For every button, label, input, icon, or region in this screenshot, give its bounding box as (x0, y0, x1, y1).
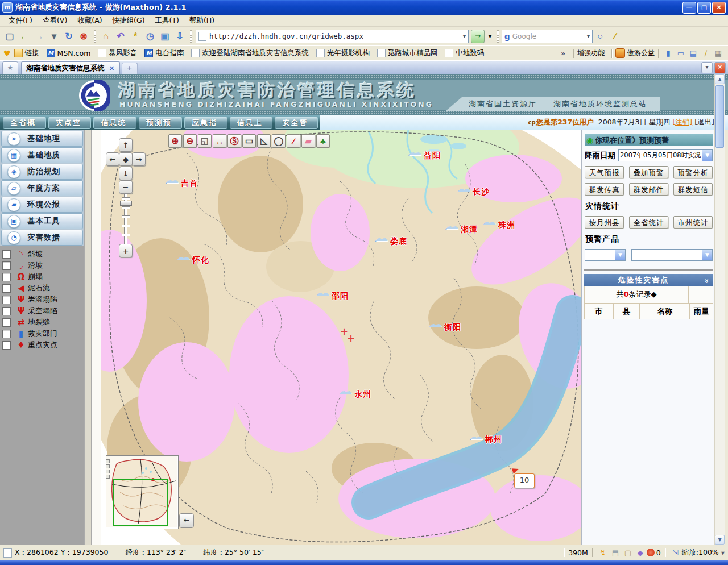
panel-button[interactable]: 群发邮件 (629, 183, 668, 196)
layer-slope[interactable]: ◝ 斜坡 (0, 248, 84, 260)
zoom-caret-icon[interactable]: ▾ (721, 549, 725, 557)
layer-checkbox[interactable] (2, 284, 11, 293)
tab-list-button[interactable]: ▾ (701, 62, 713, 73)
page-scrollbar[interactable]: ▲ ▼ (714, 74, 725, 545)
nav-tab[interactable]: 安全管理 (275, 117, 318, 129)
logout-link[interactable]: [注销] (672, 118, 692, 127)
tool-zoom-out-button[interactable]: ⊖ (183, 134, 197, 148)
panel-button[interactable]: 市州统计 (673, 216, 713, 229)
scroll-down-button[interactable]: ▼ (715, 535, 725, 545)
layer-collapse[interactable]: Ω 崩塌 (0, 271, 84, 282)
column-header[interactable]: 县 (614, 304, 640, 319)
city-label[interactable]: ☁☁ 株洲 (498, 220, 515, 230)
sidebar-item-prevention-plan[interactable]: ◈ 防治规划 (1, 164, 83, 180)
zoom-in-slider-button[interactable]: + (119, 244, 133, 257)
bookmark-links[interactable]: 链接 (14, 48, 39, 58)
undo-button[interactable]: ↶ (113, 29, 128, 44)
panel-button[interactable]: 全省统计 (629, 216, 668, 229)
city-label[interactable]: ☁☁ 吉首 (181, 178, 198, 189)
restore-button[interactable]: ▢ (697, 2, 711, 14)
highlight-button[interactable]: ∕ (607, 29, 622, 44)
search-box[interactable]: g Google ▾ (502, 30, 593, 43)
pan-left-button[interactable]: ← (106, 152, 119, 166)
new-page-button[interactable]: ▢ (2, 29, 17, 44)
home-button[interactable]: ⌂ (98, 29, 113, 44)
city-label[interactable]: ☁☁ 益阳 (424, 151, 441, 161)
nav-tab[interactable]: 全省概况 (3, 117, 46, 129)
city-label[interactable]: ☁☁ 怀化 (192, 255, 209, 265)
notes-icon[interactable]: ▤ (689, 49, 698, 58)
layer-ground-fissure[interactable]: ⇄ 地裂缝 (0, 317, 84, 328)
panel-button[interactable]: 群发短信 (673, 183, 713, 196)
tool-measure-button[interactable]: ↔ (213, 134, 226, 148)
panel-button[interactable]: 按月州县 (585, 216, 624, 229)
bookmark-photo[interactable]: 光年摄影机构 (316, 48, 370, 58)
layer-key-sites[interactable]: ♦ 重点灾点 (0, 339, 84, 351)
back-button[interactable]: ← (17, 29, 32, 44)
layer-checkbox[interactable] (2, 341, 11, 350)
tool-select-polygon-button[interactable]: ◺ (257, 134, 271, 148)
scroll-up-button[interactable]: ▲ (715, 74, 725, 84)
city-label[interactable]: ☁☁ 湘潭 (461, 225, 478, 235)
city-label[interactable]: ☁☁ 郴州 (485, 435, 502, 445)
minimap-extent-box[interactable] (113, 479, 168, 526)
menu-item[interactable]: 帮助(H) (184, 15, 220, 27)
layer-checkbox[interactable] (2, 296, 11, 304)
product-select-1[interactable]: ▼ (585, 249, 626, 261)
pan-up-button[interactable]: ↑ (119, 138, 133, 152)
city-label[interactable]: ☁☁ 衡阳 (444, 322, 461, 333)
resize-icon[interactable]: ⇲ (671, 549, 681, 557)
city-label[interactable]: ☁☁ 永州 (354, 389, 371, 400)
sidebar-item-annual-plan[interactable]: ▱ 年度方案 (1, 180, 83, 196)
tool-scale-button[interactable]: Ⓢ (228, 134, 241, 148)
layer-checkbox[interactable] (2, 273, 11, 281)
layer-checkbox[interactable] (2, 250, 11, 259)
layer-checkbox[interactable] (2, 330, 11, 338)
minimap-collapse-button[interactable]: ← (179, 513, 194, 528)
go-options-button[interactable]: ▾ (486, 29, 494, 44)
tool-select-circle-button[interactable]: ◯ (272, 134, 286, 148)
window-list-button[interactable]: ▣ (158, 29, 172, 44)
layer-checkbox[interactable] (2, 307, 11, 315)
column-header[interactable]: 名称 (640, 304, 690, 319)
panel-button[interactable]: 叠加预警 (629, 166, 668, 178)
close-button[interactable]: × (712, 2, 726, 14)
bookmark-zhongdi[interactable]: 中地数码 (445, 48, 484, 58)
minimize-button[interactable]: — (682, 2, 696, 14)
ad-hunter-button[interactable]: * (128, 29, 143, 44)
nav-tab[interactable]: 预测预警 (139, 117, 182, 129)
pan-right-button[interactable]: → (132, 152, 146, 166)
zoom-slider-handle[interactable] (120, 201, 132, 206)
tool-draw-redline-button[interactable]: ∕ (287, 134, 300, 148)
bookmarks-overflow-icon[interactable]: » (561, 49, 565, 57)
tab-close-icon[interactable]: × (109, 64, 115, 72)
history-dropdown-button[interactable]: ▾ (47, 29, 61, 44)
collapse-chevron-icon[interactable]: « (701, 277, 710, 283)
select-arrow-icon[interactable]: ▼ (615, 250, 625, 260)
city-label[interactable]: ☁☁ 娄底 (390, 236, 407, 247)
tool-select-rect-button[interactable]: ▭ (242, 134, 256, 148)
tool-eraser-button[interactable]: ▰ (301, 134, 315, 148)
tool-pan-button[interactable]: ◱ (198, 134, 212, 148)
overview-minimap[interactable] (106, 455, 179, 529)
nav-tab[interactable]: 灾点查询 (48, 117, 92, 129)
go-button[interactable]: → (471, 30, 485, 43)
map-viewport[interactable]: ⊕⊖◱↔Ⓢ▭◺◯∕▰♣ ↑ ← ◆ → ↓ − + ☁☁ 吉首 ☁☁ 益阳 ☁☁… (101, 130, 581, 545)
layer-checkbox[interactable] (2, 261, 11, 270)
sidebar-item-disaster-data[interactable]: ◔ 灾害数据 (1, 230, 83, 246)
select-arrow-icon[interactable]: ▼ (702, 250, 712, 260)
rain-date-select[interactable]: 2007年05月05日08时实况 ▼ (618, 149, 713, 161)
layer-checkbox[interactable] (2, 318, 11, 327)
layer-mining-subsidence[interactable]: Ψ 采空塌陷 (0, 305, 84, 317)
bookmark-hunan-system[interactable]: 欢迎登陆湖南省地质灾害信息系统 (191, 48, 309, 58)
menu-item[interactable]: 工具(T) (150, 15, 184, 27)
panel-button[interactable]: 天气预报 (585, 166, 624, 178)
enhance-menu[interactable]: 增强功能 (577, 48, 605, 58)
history-clock-button[interactable]: ◷ (143, 29, 158, 44)
link-geo-monitor[interactable]: 湖南省地质环境监测总站 (553, 99, 647, 109)
nav-tab[interactable]: 信息上报 (230, 117, 273, 129)
city-label[interactable]: ☁☁ 邵阳 (332, 291, 349, 301)
scroll-thumb[interactable] (715, 85, 724, 148)
pan-down-button[interactable]: ↓ (119, 167, 133, 180)
layer-debris-flow[interactable]: ◀ 泥石流 (0, 282, 84, 294)
